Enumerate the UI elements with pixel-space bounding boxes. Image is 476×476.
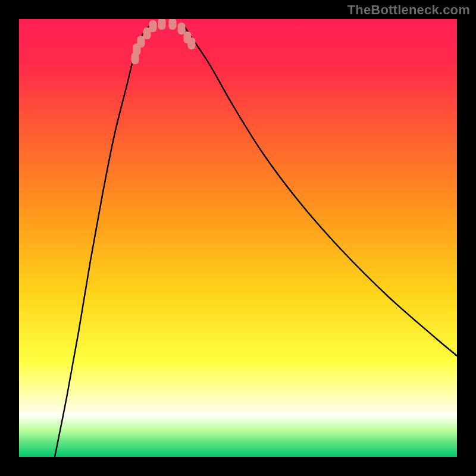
- chart-frame: TheBottleneck.com: [0, 0, 476, 476]
- chart-svg: [19, 19, 457, 457]
- threshold-marker: [188, 37, 196, 49]
- threshold-marker: [158, 19, 166, 30]
- watermark-text: TheBottleneck.com: [347, 2, 470, 18]
- threshold-marker: [169, 19, 177, 30]
- gradient-background: [19, 19, 457, 457]
- threshold-marker: [149, 20, 157, 32]
- threshold-marker: [178, 23, 186, 35]
- plot-area: [19, 19, 457, 457]
